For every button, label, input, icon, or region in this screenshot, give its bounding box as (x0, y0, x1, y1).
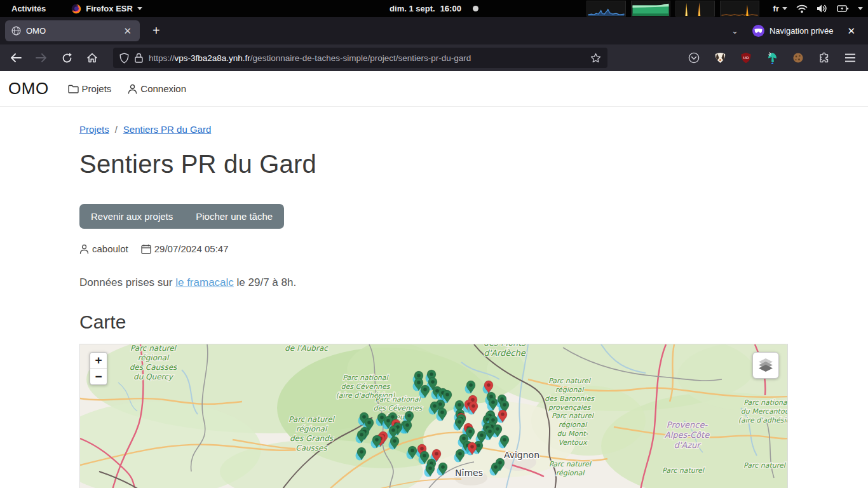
note-prefix: Données prises sur (79, 276, 175, 288)
list-tabs-chevron-icon[interactable]: ⌄ (726, 24, 743, 38)
map-label: Alpes-Côte (665, 430, 710, 440)
bookmark-star-icon[interactable] (590, 53, 601, 63)
url-text[interactable]: https://vps-3fba2a8a.ynh.fr/gestionnaire… (149, 53, 585, 63)
private-mask-icon (752, 25, 764, 37)
ublock-origin-extension-icon[interactable]: UO (737, 49, 755, 67)
breadcrumb-projects-link[interactable]: Projets (79, 124, 109, 135)
globe-favicon-icon (11, 26, 21, 36)
keyboard-layout-label: fr (773, 4, 779, 13)
map-label: Avignon (504, 450, 539, 460)
data-note: Données prises sur le framacalc le 29/7 … (79, 276, 788, 289)
back-button[interactable] (6, 48, 25, 67)
nav-login-link[interactable]: Connexion (128, 83, 186, 94)
teal-extension-icon[interactable] (763, 49, 781, 67)
firefox-icon (71, 4, 81, 14)
map-label: des Monts (484, 344, 527, 348)
map-label: régional (559, 421, 588, 429)
battery-icon[interactable] (837, 4, 849, 13)
person-icon (128, 84, 137, 94)
date-value: 29/07/2024 05:47 (154, 243, 229, 254)
site-header: OMO Projets Connexion (0, 71, 868, 107)
map-layers-control[interactable] (752, 352, 779, 379)
map-label: Parc naturel (549, 460, 592, 468)
clock-date: dim. 1 sept. (390, 4, 435, 13)
network-usage-graph[interactable] (720, 1, 759, 17)
breadcrumb-current-link[interactable]: Sentiers PR du Gard (123, 124, 211, 135)
map-zoom-control: + − (90, 352, 107, 385)
breadcrumb: Projets / Sentiers PR du Gard (79, 124, 788, 135)
url-scheme: https:// (149, 53, 175, 63)
page-title: Sentiers PR du Gard (79, 150, 788, 179)
map-label: Parc naturel (288, 415, 335, 424)
window-close-button[interactable]: ✕ (842, 24, 860, 38)
browser-nav-toolbar: https://vps-3fba2a8a.ynh.fr/gestionnaire… (0, 44, 868, 71)
menu-hamburger-icon[interactable] (841, 49, 859, 67)
nav-login-label: Connexion (140, 83, 186, 94)
pocket-button[interactable] (685, 49, 703, 67)
privacy-badger-extension-icon[interactable] (711, 49, 729, 67)
site-brand[interactable]: OMO (8, 79, 49, 98)
map-canvas[interactable]: Parc naturelrégionaldes Caussesdu Quercy… (80, 344, 788, 488)
activities-button[interactable]: Activités (8, 0, 50, 17)
new-tab-button[interactable]: + (146, 22, 166, 39)
framacalc-link[interactable]: le framacalc (175, 276, 234, 288)
app-menu-button[interactable]: Firefox ESR (67, 0, 146, 17)
keyboard-layout-button[interactable]: fr (773, 0, 787, 17)
wifi-icon[interactable] (796, 4, 808, 13)
cookie-extension-icon[interactable] (789, 49, 807, 67)
url-bar[interactable]: https://vps-3fba2a8a.ynh.fr/gestionnaire… (113, 48, 607, 68)
person-icon (79, 244, 89, 254)
url-domain: vps-3fba2a8a.ynh.fr (175, 53, 250, 63)
map-label: Parc naturel (743, 461, 787, 470)
layers-icon (758, 358, 773, 372)
extensions-puzzle-icon[interactable] (815, 49, 833, 67)
nav-projects-label: Projets (82, 83, 112, 94)
tab-omo[interactable]: OMO ✕ (5, 20, 140, 41)
clock-time: 16:00 (440, 4, 461, 13)
map-label: d'Azur (674, 440, 702, 450)
meta-row: caboulot 29/07/2024 05:47 (79, 243, 788, 254)
private-browsing-badge: Navigation privée (752, 25, 833, 37)
cpu-usage-graph[interactable] (587, 1, 626, 17)
volume-icon[interactable] (817, 4, 828, 13)
tab-close-icon[interactable]: ✕ (120, 24, 135, 37)
forward-button[interactable] (32, 48, 51, 67)
lock-icon[interactable] (135, 53, 143, 63)
activities-label: Activités (11, 4, 46, 13)
nav-projects-link[interactable]: Projets (68, 83, 112, 94)
screen: Activités Firefox ESR dim. 1 sept. 16:00 (0, 0, 868, 488)
tab-title: OMO (26, 26, 120, 36)
map-label: du Mercantour (741, 407, 788, 416)
zoom-out-button[interactable]: − (90, 369, 107, 384)
map-label: de l'Aubrac (285, 344, 329, 353)
browser-tab-bar: OMO ✕ + ⌄ Navigation privée ✕ (0, 17, 868, 44)
url-path: /gestionnaire-de-taches-simple/project/s… (250, 53, 471, 63)
map-label: des Causses (130, 363, 177, 372)
map-label: (aire d'adhésion (738, 416, 788, 424)
map-label: Parc naturel (130, 344, 177, 353)
action-button-group: Revenir aux projets Piocher une tâche (79, 204, 284, 229)
back-to-projects-button[interactable]: Revenir aux projets (79, 204, 184, 229)
map-label: Provence- (667, 420, 709, 430)
map-label: du Quercy (133, 372, 174, 381)
pick-task-button[interactable]: Piocher une tâche (184, 204, 284, 229)
author-meta: caboulot (79, 243, 128, 254)
tracking-protection-shield-icon[interactable] (119, 53, 129, 64)
home-button[interactable] (83, 48, 102, 67)
map-label: Parc naturel (548, 377, 592, 385)
calendar-icon (141, 244, 151, 254)
breadcrumb-separator: / (115, 124, 118, 135)
map-label: des Cévennes (341, 383, 390, 391)
memory-usage-graph[interactable] (631, 1, 670, 17)
map-label: Nîmes (455, 468, 483, 478)
zoom-in-button[interactable]: + (90, 353, 107, 369)
load-graph[interactable] (675, 1, 715, 17)
map-label: Parc naturel (552, 412, 595, 420)
recording-indicator-icon (473, 6, 478, 11)
author-name: caboulot (92, 243, 128, 254)
reload-button[interactable] (57, 48, 76, 67)
map-container[interactable]: Parc naturelrégionaldes Caussesdu Quercy… (79, 344, 788, 488)
system-menu-caret-icon[interactable] (858, 7, 863, 10)
map-label: Causses (295, 444, 327, 452)
clock-button[interactable]: dim. 1 sept. 16:00 (390, 4, 478, 13)
